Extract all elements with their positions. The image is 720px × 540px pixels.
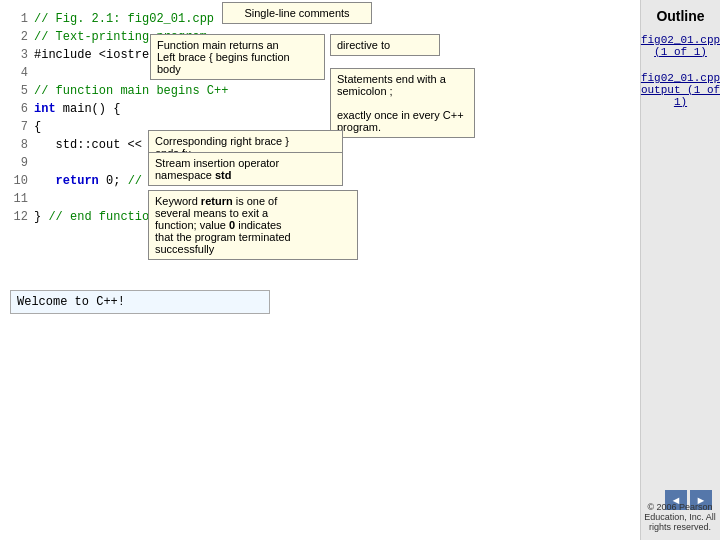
sidebar-link-code[interactable]: fig02_01.cpp(1 of 1)	[641, 34, 720, 58]
output-text: Welcome to C++!	[17, 295, 125, 309]
sidebar-link-output[interactable]: fig02_01.cppoutput (1 of 1)	[641, 72, 720, 108]
copyright: © 2006 Pearson Education, Inc. All right…	[642, 502, 718, 532]
annotation-directive: directive to	[330, 34, 440, 56]
annotation-statements: Statements end with asemicolon ; exactly…	[330, 68, 475, 138]
annotation-return: Keyword return is one ofseveral means to…	[148, 190, 358, 260]
annotation-stream: Stream insertion operator namespace std	[148, 152, 343, 186]
code-line-6: 6 int main() {	[10, 100, 370, 118]
annotation-function-main: Function main returns an Left brace { be…	[150, 34, 325, 80]
annotation-single-comments: Single-line comments	[222, 2, 372, 24]
outline-title: Outline	[656, 8, 704, 24]
code-line-5: 5 // function main begins C++	[10, 82, 370, 100]
output-area: Welcome to C++!	[10, 290, 270, 314]
right-sidebar: Outline fig02_01.cpp(1 of 1) fig02_01.cp…	[640, 0, 720, 540]
